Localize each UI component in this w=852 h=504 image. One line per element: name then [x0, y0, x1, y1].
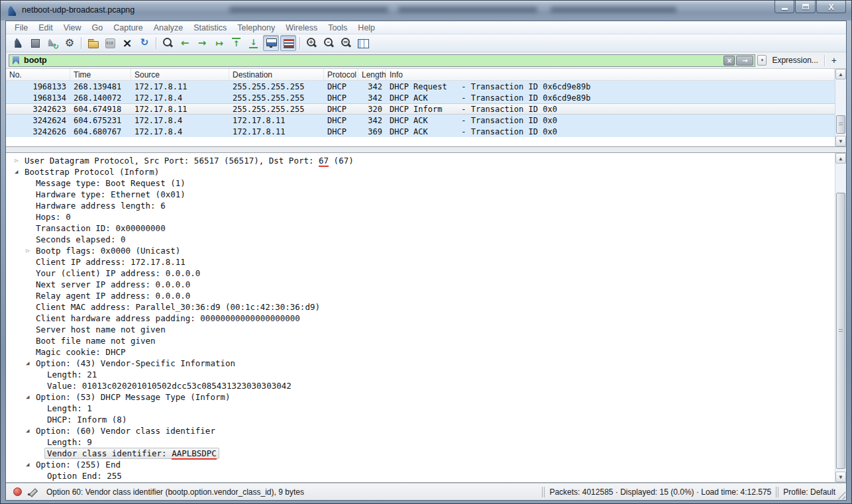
scrollbar-thumb[interactable] — [836, 115, 845, 134]
detail-line[interactable]: Hops: 0 — [6, 211, 846, 223]
tree-expander-collapsed-icon[interactable]: ▷ — [26, 246, 29, 256]
menu-statistics[interactable]: Statistics — [188, 22, 232, 34]
scrollbar-thumb[interactable] — [836, 193, 845, 469]
filter-apply-button[interactable]: → — [736, 56, 753, 66]
detail-line[interactable]: Hardware address length: 6 — [6, 200, 846, 211]
minimize-button[interactable] — [774, 1, 794, 13]
column-header-destination[interactable]: Destination — [229, 69, 324, 80]
packet-row[interactable]: 3242623604.674918172.17.8.11255.255.255.… — [6, 103, 835, 115]
menu-analyze[interactable]: Analyze — [148, 22, 188, 34]
menu-help[interactable]: Help — [352, 22, 380, 34]
detail-line[interactable]: Your (client) IP address: 0.0.0.0 — [6, 268, 846, 279]
column-header-no[interactable]: No. — [6, 69, 70, 80]
maximize-button[interactable] — [795, 1, 816, 13]
detail-line[interactable]: Message type: Boot Request (1) — [6, 177, 846, 189]
zoom-out-button[interactable]: – — [321, 35, 337, 51]
detail-line[interactable]: Client IP address: 172.17.8.11 — [6, 256, 846, 268]
detail-scrollbar[interactable]: ▲ ▼ — [835, 153, 846, 482]
display-filter-input[interactable] — [24, 56, 723, 65]
detail-line[interactable]: Next server IP address: 0.0.0.0 — [6, 279, 846, 290]
detail-line[interactable]: ▷User Datagram Protocol, Src Port: 56517… — [6, 155, 846, 166]
detail-line[interactable]: ◢Option: (53) DHCP Message Type (Inform) — [6, 391, 846, 403]
detail-line[interactable]: Length: 21 — [6, 369, 846, 380]
detail-line[interactable]: ▷Bootp flags: 0x0000 (Unicast) — [6, 245, 846, 256]
detail-line[interactable]: Vendor class identifier: AAPLBSDPC — [6, 448, 846, 459]
find-packet-button[interactable] — [160, 35, 176, 51]
reload-file-button[interactable] — [136, 35, 152, 51]
detail-line[interactable]: ◢Option: (255) End — [6, 459, 846, 470]
detail-line[interactable]: Length: 1 — [6, 403, 846, 414]
menu-view[interactable]: View — [58, 22, 87, 34]
detail-line[interactable]: ◢Bootstrap Protocol (Inform) — [6, 166, 846, 177]
close-button[interactable]: X — [816, 1, 846, 13]
save-file-button[interactable] — [102, 35, 118, 51]
go-to-first-button[interactable] — [229, 35, 244, 51]
zoom-original-button[interactable]: = — [338, 35, 354, 51]
open-file-button[interactable] — [85, 35, 101, 51]
detail-line[interactable]: Transaction ID: 0x00000000 — [6, 223, 846, 234]
colorize-toggle-button[interactable] — [280, 35, 296, 51]
packet-list-scrollbar[interactable]: ▲ ▼ — [835, 69, 846, 146]
detail-line[interactable]: Boot file name not given — [6, 335, 846, 346]
filter-bookmark-icon[interactable] — [13, 56, 19, 65]
detail-line[interactable]: Value: 01013c020201010502dcc53c085431323… — [6, 380, 846, 391]
detail-line[interactable]: ◢Option: (43) Vendor-Specific Informatio… — [6, 358, 846, 369]
tree-expander-expanded-icon[interactable]: ◢ — [26, 358, 29, 368]
capture-comment-icon[interactable] — [28, 487, 38, 497]
detail-line[interactable]: Server host name not given — [6, 324, 846, 335]
filter-clear-button[interactable]: × — [723, 56, 735, 66]
scroll-down-arrow[interactable]: ▼ — [835, 472, 846, 482]
packet-row[interactable]: 1968134268.140072172.17.8.4255.255.255.2… — [6, 92, 835, 103]
restart-capture-button[interactable] — [44, 35, 60, 51]
menu-telephony[interactable]: Telephony — [232, 22, 280, 34]
packet-row[interactable]: 1968133268.139481172.17.8.11255.255.255.… — [6, 81, 835, 92]
column-header-time[interactable]: Time — [70, 69, 131, 80]
tree-expander-collapsed-icon[interactable]: ▷ — [15, 156, 18, 166]
menu-go[interactable]: Go — [87, 22, 109, 34]
packet-row[interactable]: 3242624604.675231172.17.8.4172.17.8.11DH… — [6, 115, 835, 126]
scroll-down-arrow[interactable]: ▼ — [835, 136, 846, 146]
scroll-up-arrow[interactable]: ▲ — [835, 153, 846, 164]
filter-history-dropdown[interactable]: ▼ — [757, 55, 767, 66]
detail-line[interactable]: Client MAC address: Parallel_30:36:d9 (0… — [6, 301, 846, 313]
close-file-button[interactable] — [119, 35, 135, 51]
stop-capture-button[interactable] — [27, 35, 43, 51]
detail-line[interactable]: Magic cookie: DHCP — [6, 346, 846, 358]
pane-splitter[interactable] — [6, 147, 846, 152]
tree-expander-expanded-icon[interactable]: ◢ — [26, 460, 29, 470]
detail-line[interactable]: Client hardware address padding: 0000000… — [6, 313, 846, 324]
detail-line[interactable]: DHCP: Inform (8) — [6, 414, 846, 425]
go-back-button[interactable] — [177, 35, 193, 51]
menu-wireless[interactable]: Wireless — [280, 22, 323, 34]
detail-line[interactable]: Relay agent IP address: 0.0.0.0 — [6, 290, 846, 301]
add-filter-button[interactable]: + — [825, 55, 842, 66]
tree-expander-expanded-icon[interactable]: ◢ — [26, 426, 29, 436]
detail-line[interactable]: Hardware type: Ethernet (0x01) — [6, 189, 846, 200]
column-header-info[interactable]: Info — [386, 69, 835, 80]
zoom-in-button[interactable]: + — [303, 35, 319, 51]
title-bar[interactable]: netboot-udp-broadcast.pcapng X — [1, 1, 851, 21]
column-header-source[interactable]: Source — [131, 69, 229, 80]
auto-scroll-toggle-button[interactable] — [263, 35, 279, 51]
capture-options-button[interactable] — [62, 35, 78, 51]
resize-columns-button[interactable] — [355, 35, 371, 51]
profile-text[interactable]: Profile: Default — [783, 487, 835, 497]
detail-line[interactable]: Option End: 255 — [6, 470, 846, 481]
detail-line[interactable]: Seconds elapsed: 0 — [6, 234, 846, 245]
go-to-packet-button[interactable] — [211, 35, 227, 51]
go-forward-button[interactable] — [194, 35, 210, 51]
menu-edit[interactable]: Edit — [33, 22, 58, 34]
menu-file[interactable]: File — [9, 22, 33, 34]
menu-capture[interactable]: Capture — [108, 22, 148, 34]
expert-info-icon[interactable] — [13, 487, 22, 496]
scroll-up-arrow[interactable]: ▲ — [835, 69, 846, 79]
detail-line[interactable]: Length: 9 — [6, 436, 846, 448]
tree-expander-expanded-icon[interactable]: ◢ — [15, 167, 18, 177]
column-header-length[interactable]: Length — [358, 69, 386, 80]
go-to-last-button[interactable] — [246, 35, 262, 51]
column-header-protocol[interactable]: Protocol — [324, 69, 358, 80]
packet-row[interactable]: 3242626604.680767172.17.8.4172.17.8.11DH… — [6, 126, 835, 137]
menu-tools[interactable]: Tools — [323, 22, 352, 34]
tree-expander-expanded-icon[interactable]: ◢ — [26, 392, 29, 402]
resize-grip[interactable] — [837, 491, 845, 499]
